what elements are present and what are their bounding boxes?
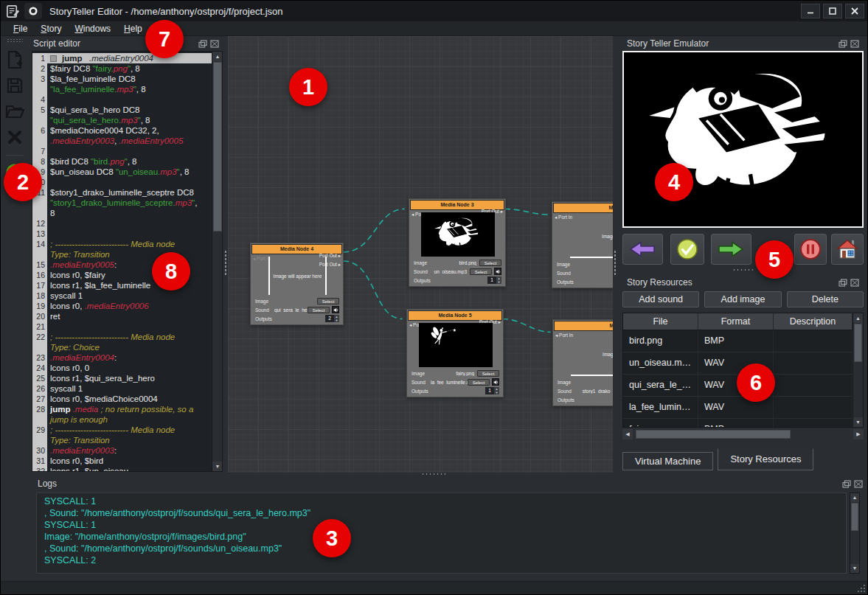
table-horizontal-scrollbar[interactable]: ◀ ▶ — [622, 429, 864, 439]
code-row[interactable]: 2$fairy DC8 "fairy.png", 8 — [32, 63, 212, 74]
select-button[interactable]: Select — [468, 379, 490, 386]
column-header-format[interactable]: Format — [698, 313, 774, 330]
speaker-icon[interactable] — [492, 378, 499, 386]
table-row[interactable]: fairy.pngBMP — [623, 419, 853, 427]
code-row[interactable]: 23.mediaEntry0004: — [32, 352, 212, 363]
scrollbar-thumb[interactable] — [213, 62, 222, 232]
code-row[interactable]: 28jump .media ; no return possible, so a — [32, 404, 212, 414]
table-row[interactable]: la_fee_luminelle.mp3WAV — [623, 397, 853, 419]
menu-help[interactable]: Help — [117, 23, 149, 35]
new-file-button[interactable] — [4, 49, 26, 71]
delete-button[interactable]: Delete — [787, 291, 864, 307]
scrollbar-thumb[interactable] — [851, 503, 858, 531]
table-vertical-scrollbar[interactable]: ▲ ▼ — [853, 313, 863, 427]
code-row[interactable]: 30.mediaEntry0003: — [32, 445, 212, 456]
pause-button[interactable] — [794, 234, 827, 265]
code-row[interactable]: 8 — [32, 208, 212, 218]
code-row[interactable]: "qui_sera_le_hero.mp3", 8 — [32, 115, 212, 125]
scroll-down-arrow[interactable]: ▼ — [212, 462, 223, 471]
save-button[interactable] — [4, 74, 26, 97]
outputs-spinner[interactable]: 1▲▼ — [485, 387, 499, 394]
ok-button[interactable] — [670, 234, 705, 265]
outputs-spinner[interactable]: 1▲▼ — [487, 276, 501, 284]
right-dock-splitter[interactable] — [622, 268, 864, 274]
select-button[interactable]: Select — [479, 260, 501, 266]
outputs-spinner[interactable]: 2▲▼ — [325, 315, 339, 322]
close-panel-icon[interactable] — [850, 39, 859, 48]
close-button[interactable] — [845, 4, 864, 18]
code-row[interactable]: 24lcons r0, 0 — [32, 363, 212, 373]
code-row[interactable]: 4 — [32, 94, 212, 105]
tab-virtual-machine[interactable]: Virtual Machine — [622, 452, 713, 470]
code-row[interactable]: 19lcons r0, .mediaEntry0006 — [32, 301, 212, 311]
code-row[interactable]: 20ret — [32, 311, 212, 321]
code-row[interactable]: 18syscall 1 — [32, 290, 212, 301]
float-panel-icon[interactable] — [198, 39, 207, 48]
float-panel-icon[interactable] — [838, 278, 847, 287]
code-row[interactable]: "la_fee_luminelle.mp3", 8 — [32, 84, 212, 94]
code-row[interactable]: 27lcons r0, $mediaChoice0004 — [32, 394, 212, 404]
code-row[interactable]: 26syscall 1 — [32, 383, 212, 394]
float-panel-icon[interactable] — [838, 39, 847, 48]
maximize-button[interactable] — [823, 4, 842, 18]
code-row[interactable]: 14; -------------------------- Media nod… — [32, 239, 212, 249]
code-row[interactable]: 31lcons r0, $bird — [32, 456, 212, 466]
toolbar-drag-handle[interactable] — [7, 38, 23, 43]
media-node[interactable]: Media Node 5◂ Port InPort Out ▸Imagefair… — [406, 309, 504, 397]
scroll-right-arrow[interactable]: ▶ — [853, 429, 864, 439]
code-row[interactable]: Type: Transition — [32, 435, 212, 445]
speaker-icon[interactable] — [494, 268, 501, 275]
code-row[interactable]: jump is enough — [32, 414, 212, 425]
previous-button[interactable] — [622, 234, 663, 265]
media-node[interactable]: Media Node 4◂ Port InPort Out ▸Port Out … — [250, 243, 344, 325]
node-title[interactable]: Media Node 2 — [553, 203, 613, 213]
menu-windows[interactable]: Windows — [68, 23, 117, 35]
select-button[interactable]: Select — [308, 307, 330, 313]
code-row[interactable]: .mediaEntry0003, .mediaEntry0005 — [32, 136, 212, 146]
code-row[interactable]: 7 — [32, 146, 212, 156]
resize-grip[interactable] — [856, 583, 866, 593]
column-header-description[interactable]: Description — [774, 313, 853, 330]
scroll-left-arrow[interactable]: ◀ — [622, 429, 633, 439]
code-row[interactable]: 29; -------------------------- Media nod… — [32, 425, 212, 435]
node-graph-canvas[interactable]: Media Node 4◂ Port InPort Out ▸Port Out … — [228, 36, 613, 473]
code-row[interactable]: 9$un_oiseau DC8 "un_oiseau.mp3", 8 — [32, 167, 212, 177]
media-node[interactable]: Media Node 3◂ Port InPort Out ▸Imagebird… — [409, 198, 506, 287]
code-row[interactable]: 8$bird DC8 "bird.png", 8 — [32, 156, 212, 167]
code-row[interactable]: 6$mediaChoice0004 DC32, 2, — [32, 125, 212, 136]
splitter-right[interactable] — [613, 36, 617, 473]
code-row[interactable]: 1jump .mediaEntry0004 — [32, 53, 212, 63]
script-editor-scrollbar[interactable]: ▲ ▼ — [212, 52, 222, 471]
code-row[interactable]: 12 — [32, 218, 212, 229]
next-button[interactable] — [711, 234, 751, 265]
table-row[interactable]: un_oiseau.mp3WAV — [623, 352, 853, 375]
code-row[interactable]: 25lcons r1, $qui_sera_le_hero — [32, 373, 212, 383]
table-row[interactable]: bird.pngBMP — [623, 330, 853, 352]
menu-file[interactable]: File — [7, 23, 34, 35]
logs-output[interactable]: SYSCALL: 1, Sound: "/home/anthony/ostpro… — [36, 493, 847, 574]
select-button[interactable]: Select — [470, 268, 492, 275]
code-row[interactable]: 3$la_fee_luminelle DC8 — [32, 74, 212, 84]
code-row[interactable]: 5$qui_sera_le_hero DC8 — [32, 105, 212, 115]
code-row[interactable]: 10 — [32, 177, 212, 187]
close-panel-icon[interactable] — [209, 39, 219, 48]
code-row[interactable]: 21 — [32, 321, 212, 332]
open-project-button[interactable] — [4, 100, 26, 122]
scrollbar-thumb[interactable] — [636, 430, 791, 439]
menu-story[interactable]: Story — [34, 23, 68, 35]
media-node[interactable]: Media Node 6◂ Port InImage will appear h… — [552, 319, 613, 406]
node-title[interactable]: Media Node 6 — [554, 321, 613, 331]
code-row[interactable]: 32lcons r1, $un_oiseau — [32, 466, 212, 471]
select-button[interactable]: Select — [317, 298, 339, 305]
code-row[interactable]: 13 — [32, 229, 212, 239]
speaker-icon[interactable] — [332, 306, 339, 313]
code-row[interactable]: 11$story1_drako_luminelle_sceptre DC8 — [32, 187, 212, 198]
code-row[interactable]: "story1_drako_luminelle_sceptre.mp3", — [32, 198, 212, 208]
scroll-up-arrow[interactable]: ▲ — [212, 52, 223, 61]
scrollbar-thumb[interactable] — [854, 324, 862, 362]
close-project-button[interactable] — [4, 126, 26, 148]
script-editor[interactable]: 1jump .mediaEntry00042$fairy DC8 "fairy.… — [32, 51, 223, 472]
minimize-button[interactable] — [801, 4, 820, 18]
add-image-button[interactable]: Add image — [704, 291, 781, 307]
add-sound-button[interactable]: Add sound — [622, 291, 699, 307]
